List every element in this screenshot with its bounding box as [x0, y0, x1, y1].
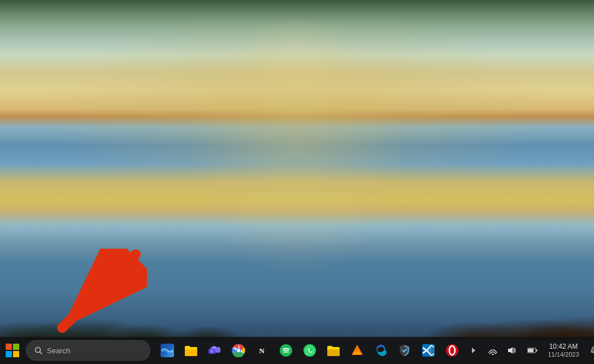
app-vlc[interactable] — [346, 339, 368, 362]
svg-rect-32 — [528, 349, 534, 352]
svg-line-3 — [40, 352, 42, 354]
app-security[interactable] — [393, 339, 416, 362]
svg-rect-20 — [354, 350, 360, 352]
svg-text:N: N — [259, 346, 265, 355]
search-label: Search — [47, 346, 70, 355]
desktop: Search — [0, 0, 594, 364]
app-notion[interactable]: N — [251, 339, 274, 362]
tray-notification[interactable] — [584, 340, 594, 361]
svg-rect-19 — [353, 352, 361, 354]
clock-time: 10:42 AM — [549, 343, 578, 352]
svg-marker-29 — [508, 347, 513, 354]
search-bar[interactable]: Search — [26, 340, 150, 361]
svg-point-12 — [237, 349, 240, 352]
app-vscode[interactable] — [417, 339, 440, 362]
svg-rect-31 — [536, 349, 537, 352]
svg-rect-21 — [355, 349, 359, 350]
svg-point-8 — [211, 347, 214, 350]
tray-time[interactable]: 10:42 AM 11/14/2023 — [544, 340, 583, 361]
app-explorer2[interactable] — [322, 339, 345, 362]
start-button[interactable] — [2, 339, 23, 362]
app-winamp[interactable] — [156, 339, 179, 362]
app-teams[interactable]: T — [203, 339, 226, 362]
svg-text:T: T — [211, 350, 213, 353]
svg-marker-27 — [472, 348, 475, 353]
tray-volume[interactable] — [503, 340, 521, 361]
tray-network[interactable] — [484, 340, 502, 361]
tray-battery[interactable] — [522, 340, 543, 361]
tray-chevron[interactable] — [465, 340, 483, 361]
app-chrome[interactable] — [227, 339, 250, 362]
search-icon — [34, 346, 42, 354]
taskbar-apps: T N — [156, 339, 463, 362]
app-edge-beta[interactable] — [370, 339, 392, 362]
app-whatsapp[interactable] — [298, 339, 321, 362]
windows-icon — [6, 344, 19, 357]
app-opera[interactable] — [441, 339, 463, 362]
app-spotify[interactable] — [275, 339, 297, 362]
wallpaper — [0, 0, 594, 364]
clock-date: 11/14/2023 — [548, 351, 579, 358]
svg-point-28 — [492, 354, 494, 356]
app-file-explorer[interactable] — [180, 339, 202, 362]
system-tray: 10:42 AM 11/14/2023 — [465, 340, 594, 361]
taskbar: Search — [0, 337, 594, 364]
